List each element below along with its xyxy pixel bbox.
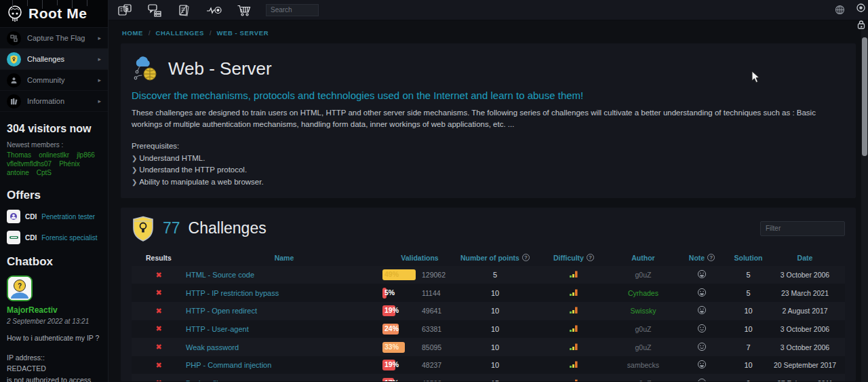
edge-icons: [856, 3, 866, 33]
note-smiley-icon: [672, 288, 732, 299]
column-header-solution[interactable]: Solution: [732, 254, 765, 262]
lock-icon[interactable]: [856, 20, 866, 33]
sidebar-item-label: Community: [27, 76, 92, 84]
table-row: ✖ HTTP - IP restriction bypass 5% 11144 …: [132, 284, 845, 302]
chat-network-nav-icon[interactable]: [146, 3, 163, 18]
breadcrumb-home[interactable]: HOME: [122, 29, 143, 37]
sidebar-item-capture-the-flag[interactable]: Capture The Flag ▸: [0, 28, 108, 49]
sidebar-item-information[interactable]: Information ▸: [0, 91, 108, 112]
validations-count: 48237: [422, 361, 441, 369]
challenge-name-link[interactable]: HTTP - User-agent: [186, 325, 249, 333]
member-link[interactable]: jlp866: [77, 151, 95, 159]
validation-percentage-badge: 24%: [382, 324, 420, 335]
validation-percentage-badge: 17%: [382, 378, 420, 381]
target-icon[interactable]: [856, 3, 866, 16]
sidebar-item-label: Information: [27, 97, 92, 105]
sidebar-item-community[interactable]: Community ▸: [0, 70, 108, 91]
category-intro-panel: Web - Server Discover the mechanisms, pr…: [121, 43, 856, 198]
member-link[interactable]: CptS: [37, 169, 52, 176]
not-validated-icon: ✖: [132, 379, 186, 381]
prerequisite-item: Understand the HTTP protocol.: [132, 166, 845, 174]
offer-link[interactable]: Penetration tester: [41, 213, 95, 221]
offer-company-logo: [7, 231, 20, 244]
column-header-points[interactable]: Number of points?: [457, 254, 533, 262]
challenge-author[interactable]: g0uZ: [635, 271, 652, 279]
column-header-validations[interactable]: Validations: [382, 254, 457, 262]
help-icon[interactable]: ?: [522, 254, 530, 261]
scrollbar-thumb[interactable]: [862, 37, 867, 156]
column-header-results[interactable]: Results: [132, 254, 186, 262]
validations-cell: 19% 49641: [382, 305, 457, 316]
note-smiley-icon: [672, 378, 732, 381]
avatar[interactable]: ?: [7, 275, 33, 301]
challenge-author[interactable]: Cyrhades: [628, 289, 658, 297]
validation-badge-label: 49%: [384, 270, 399, 278]
challenge-author[interactable]: g0uZ: [635, 325, 652, 333]
filter-input[interactable]: [760, 221, 845, 236]
sidebar: Root Me Capture The Flag ▸ Challenges ▸: [0, 0, 108, 382]
help-icon[interactable]: ?: [587, 254, 594, 261]
breadcrumb: HOME / CHALLENGES / WEB - SERVER: [121, 20, 856, 43]
chat-username-link[interactable]: MajorReactiv: [7, 305, 58, 315]
sidebar-item-challenges[interactable]: Challenges ▸: [0, 49, 108, 70]
difficulty-bars-icon: [533, 270, 614, 280]
solution-count: 7: [732, 343, 765, 351]
validation-badge-label: 24%: [384, 324, 399, 332]
activity-target-nav-icon[interactable]: [206, 3, 222, 18]
shopping-cart-nav-icon[interactable]: [236, 3, 252, 18]
column-header-difficulty[interactable]: Difficulty?: [533, 254, 614, 262]
svg-text:?: ?: [18, 282, 22, 290]
search-input[interactable]: [266, 4, 319, 16]
challenge-name-link[interactable]: Backup file: [186, 379, 222, 381]
column-header-name[interactable]: Name: [186, 254, 382, 262]
challenge-name-link[interactable]: HTTP - IP restriction bypass: [186, 289, 279, 297]
chat-message: How to i authenticate my IP ?: [7, 333, 101, 343]
member-link[interactable]: antoine: [7, 169, 29, 176]
note-smiley-icon: [672, 269, 732, 280]
member-link[interactable]: Thomas: [7, 151, 31, 159]
challenge-name-link[interactable]: HTTP - Open redirect: [186, 307, 257, 315]
language-globe-icon[interactable]: [835, 5, 845, 15]
breadcrumb-current[interactable]: WEB - SERVER: [216, 29, 269, 37]
books-icon: [7, 94, 21, 109]
documents-nav-icon[interactable]: [176, 3, 193, 18]
member-link[interactable]: onlinestlkr: [39, 151, 69, 159]
challenge-name-link[interactable]: HTML - Source code: [186, 271, 254, 279]
challenge-name-link[interactable]: Weak password: [186, 343, 239, 351]
solution-count: 9: [732, 379, 765, 381]
breadcrumb-challenges[interactable]: CHALLENGES: [155, 29, 203, 37]
column-header-date[interactable]: Date: [765, 254, 845, 262]
challenge-author[interactable]: Swissky: [631, 307, 656, 315]
column-header-note[interactable]: Note?: [672, 254, 732, 262]
solution-count: 5: [732, 271, 765, 279]
page-content: HOME / CHALLENGES / WEB - SERVER: [108, 20, 868, 382]
rootme-logo[interactable]: Root Me: [0, 0, 108, 28]
prerequisite-item: Understand HTML.: [132, 154, 845, 162]
challenge-name-link[interactable]: PHP - Command injection: [186, 361, 271, 369]
challenges-table: Results Name Validations Number of point…: [132, 250, 845, 381]
difficulty-bars-icon: [533, 306, 614, 316]
solution-count: 10: [732, 325, 765, 333]
validations-count: 129062: [422, 271, 446, 279]
difficulty-bars-icon: [533, 324, 614, 334]
visitors-count: 304 visitors now: [7, 123, 101, 135]
challenge-author[interactable]: g0uZ: [635, 379, 652, 381]
note-smiley-icon: [672, 360, 732, 370]
table-row: ✖ PHP - Command injection 19% 48237 10 s…: [132, 356, 845, 375]
not-validated-icon: ✖: [132, 324, 186, 333]
offer-link[interactable]: Forensic specialist: [41, 234, 97, 242]
validations-count: 11144: [422, 289, 441, 297]
help-icon[interactable]: ?: [707, 254, 715, 261]
challenge-author[interactable]: sambecks: [627, 361, 659, 369]
validation-badge-label: 33%: [384, 343, 399, 351]
main-area: HOME / CHALLENGES / WEB - SERVER: [108, 0, 868, 382]
capture-the-flag-nav-icon[interactable]: [117, 3, 133, 18]
member-link[interactable]: Phénix: [59, 160, 80, 168]
member-link[interactable]: vfleltvmfldhs07: [7, 160, 52, 168]
challenge-author[interactable]: g0uZ: [635, 343, 652, 351]
shield-icon: [7, 52, 21, 66]
hanging-strings-decoration: [0, 0, 108, 9]
person-icon: [7, 73, 21, 88]
column-header-author[interactable]: Author: [614, 254, 672, 262]
not-validated-icon: ✖: [132, 307, 186, 316]
